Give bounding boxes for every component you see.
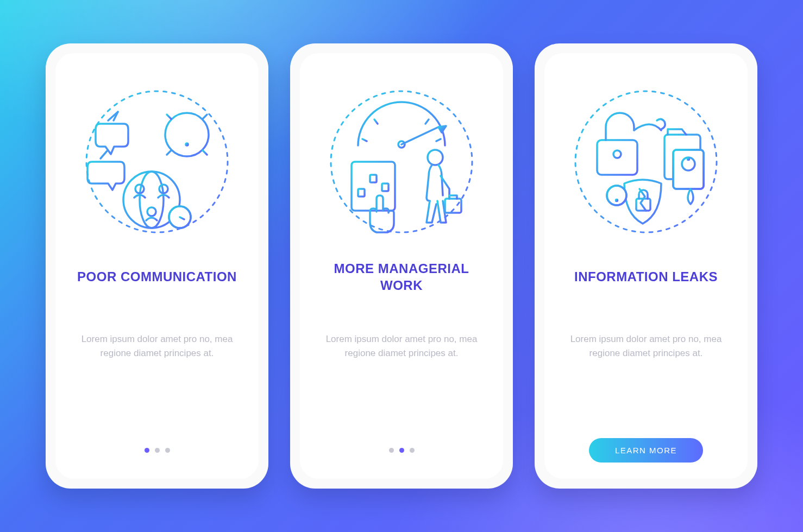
pager-dot-2[interactable] — [399, 448, 404, 453]
pager-dots — [316, 438, 487, 463]
pager-dots — [72, 438, 242, 463]
onboarding-description: Lorem ipsum dolor amet pro no, mea regio… — [316, 332, 487, 361]
svg-line-33 — [402, 127, 438, 144]
svg-point-16 — [140, 172, 164, 228]
onboarding-screen-1: POOR COMMUNICATION Lorem ipsum dolor ame… — [55, 53, 259, 479]
pager-dot-3[interactable] — [410, 448, 415, 453]
onboarding-title: INFORMATION LEAKS — [572, 259, 720, 294]
svg-point-51 — [688, 159, 689, 160]
svg-line-11 — [167, 150, 171, 155]
pager-dot-1[interactable] — [389, 448, 394, 453]
onboarding-description: Lorem ipsum dolor amet pro no, mea regio… — [561, 332, 731, 361]
cta-footer: LEARN MORE — [561, 438, 731, 463]
svg-point-56 — [616, 200, 618, 201]
svg-point-41 — [428, 150, 443, 165]
onboarding-screen-3: INFORMATION LEAKS Lorem ipsum dolor amet… — [544, 53, 748, 479]
svg-rect-47 — [673, 150, 704, 189]
phone-mockup-row: POOR COMMUNICATION Lorem ipsum dolor ame… — [46, 43, 757, 489]
svg-point-14 — [186, 143, 188, 145]
pager-dot-3[interactable] — [165, 448, 170, 453]
pager-dot-2[interactable] — [155, 448, 160, 453]
svg-point-45 — [613, 150, 621, 158]
communication-breakdown-icon — [76, 80, 239, 243]
svg-line-30 — [425, 119, 429, 124]
phone-frame-2: MORE MANAGERIAL WORK Lorem ipsum dolor a… — [290, 43, 513, 489]
pager-dot-1[interactable] — [145, 448, 149, 453]
onboarding-title: POOR COMMUNICATION — [75, 259, 239, 294]
svg-line-31 — [436, 139, 441, 141]
learn-more-button[interactable]: LEARN MORE — [589, 438, 703, 463]
svg-line-3 — [101, 151, 107, 159]
onboarding-description: Lorem ipsum dolor amet pro no, mea regio… — [72, 332, 242, 361]
svg-line-28 — [374, 119, 378, 124]
svg-line-27 — [362, 139, 367, 141]
onboarding-title: MORE MANAGERIAL WORK — [332, 259, 472, 294]
information-leak-icon — [564, 80, 727, 243]
phone-frame-3: INFORMATION LEAKS Lorem ipsum dolor amet… — [535, 43, 757, 489]
svg-line-9 — [167, 115, 171, 119]
svg-line-12 — [203, 115, 207, 119]
svg-line-10 — [203, 150, 207, 155]
phone-frame-1: POOR COMMUNICATION Lorem ipsum dolor ame… — [46, 43, 268, 489]
managerial-overload-icon — [320, 80, 483, 243]
onboarding-screen-2: MORE MANAGERIAL WORK Lorem ipsum dolor a… — [300, 53, 503, 479]
